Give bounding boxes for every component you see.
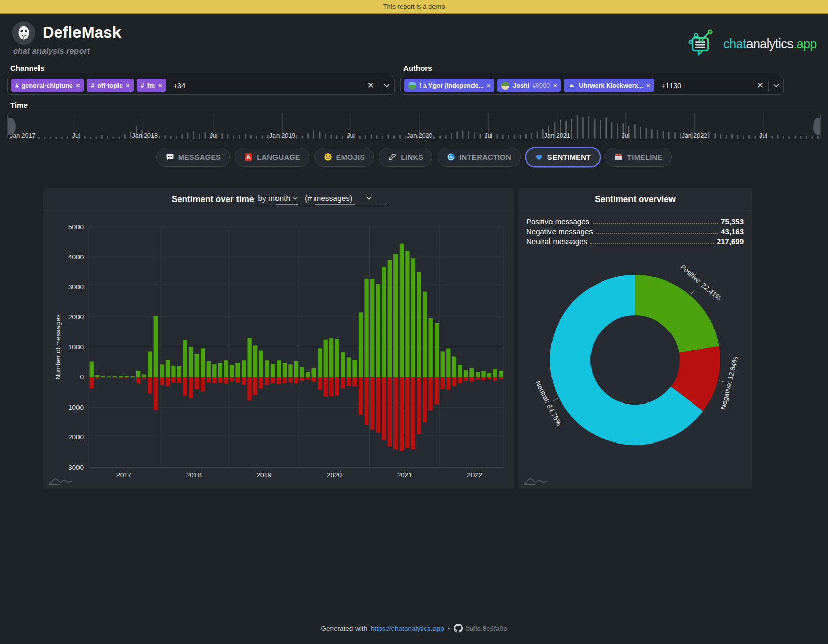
chart-watermark-icon (523, 476, 549, 485)
svg-text:2000: 2000 (68, 313, 84, 321)
svg-text:0: 0 (80, 373, 84, 381)
stat-row-positive: Positive messages 75,353 (526, 217, 744, 227)
author-avatar (501, 82, 509, 90)
channel-tag-label: general-chiptune (22, 82, 73, 89)
svg-text:A: A (247, 154, 251, 160)
stat-value: 43,163 (721, 227, 744, 237)
tab-label: INTERACTION (459, 153, 511, 162)
authors-chevron-down-icon[interactable] (773, 84, 779, 88)
dotted-leader (590, 243, 714, 244)
author-tag[interactable]: ! a Ygor (Independe... × (404, 79, 494, 92)
svg-text:4000: 4000 (68, 253, 84, 261)
tab-language[interactable]: A LANGUAGE (235, 148, 309, 167)
stat-row-neutral: Neutral messages 217,699 (526, 236, 744, 247)
tab-links[interactable]: LINKS (379, 148, 432, 167)
author-tag-label: ! a Ygor (Independe... (419, 82, 484, 89)
calendar-icon (614, 153, 623, 162)
channels-select[interactable]: # general-chiptune × # off-topic × # fm … (7, 76, 395, 95)
time-activity-histogram: Jan 2017JulJan 2018JulJan 2019JulJan 202… (8, 113, 820, 139)
authors-label: Authors (403, 64, 784, 72)
tag-remove-icon[interactable]: × (487, 82, 491, 89)
demo-banner: This report is a demo (0, 0, 828, 14)
tab-bar: MESSAGES A LANGUAGE EMOJIS LINKS INTERAC… (0, 148, 828, 167)
authors-clear-icon[interactable]: ✕ (757, 81, 764, 90)
tab-label: SENTIMENT (547, 153, 591, 162)
channel-tag[interactable]: # fm × (137, 79, 166, 92)
grouping-dropdown[interactable]: by month (258, 194, 298, 205)
svg-text:2021: 2021 (397, 471, 412, 479)
divider (768, 80, 769, 91)
filters: Channels # general-chiptune × # off-topi… (0, 58, 828, 95)
channel-tag[interactable]: # general-chiptune × (11, 79, 84, 92)
svg-text:2000: 2000 (68, 433, 84, 441)
tab-label: EMOJIS (336, 153, 365, 162)
demo-banner-text: This report is a demo (383, 3, 445, 10)
time-label: Time (10, 101, 821, 109)
hash-icon: # (141, 82, 144, 89)
speech-bubble-icon (166, 153, 174, 162)
chatanalytics-logo-icon (687, 29, 718, 58)
chatanalytics-link[interactable]: https://chatanalytics.app (371, 625, 444, 632)
svg-text:3000: 3000 (68, 464, 84, 471)
interaction-icon (447, 153, 455, 162)
server-avatar (12, 21, 35, 45)
chevron-down-icon (292, 197, 298, 200)
author-tag[interactable]: Joshi #0000 × (497, 79, 561, 92)
tag-remove-icon[interactable]: × (76, 82, 80, 89)
stat-value: 75,353 (721, 217, 744, 227)
svg-text:3000: 3000 (68, 283, 84, 291)
chatanalytics-logo-text: chatanalytics.app (723, 36, 817, 51)
tag-remove-icon[interactable]: × (158, 82, 162, 89)
stat-value: 217,699 (717, 236, 744, 247)
channels-clear-icon[interactable]: ✕ (367, 81, 374, 90)
metric-value: (# messages) (305, 194, 352, 203)
link-icon (388, 153, 397, 162)
stat-label: Negative messages (526, 227, 593, 237)
tab-label: LINKS (401, 153, 423, 162)
svg-text:2020: 2020 (327, 471, 342, 479)
hash-icon: # (15, 82, 19, 89)
svg-text:2022: 2022 (467, 471, 482, 479)
overview-title: Sentiment overview (595, 194, 676, 205)
svg-text:Jul: Jul (210, 132, 218, 139)
authors-select[interactable]: ! a Ygor (Independe... × Joshi #0000 × U… (400, 76, 784, 95)
stat-label: Neutral messages (526, 236, 587, 247)
main-content: Sentiment over time by month (# messages… (0, 188, 828, 489)
svg-text:Jan 2022: Jan 2022 (682, 132, 707, 139)
time-section: Time Jan 2017JulJan 2018JulJan 2019JulJa… (0, 95, 828, 139)
build-label: build 8e8fa0b (466, 625, 507, 632)
svg-text:2018: 2018 (186, 471, 202, 479)
author-tag-label: Joshi (512, 82, 529, 89)
chart-title: Sentiment over time (172, 194, 254, 205)
author-discriminator: #0000 (532, 82, 550, 89)
tab-sentiment[interactable]: SENTIMENT (526, 148, 600, 167)
report-header: DefleMask chat analysis report chatana (0, 14, 828, 58)
channel-tag[interactable]: # off-topic × (87, 79, 134, 92)
channels-more-count: +34 (173, 82, 186, 90)
tag-remove-icon[interactable]: × (553, 82, 557, 89)
tab-label: TIMELINE (627, 153, 662, 162)
time-range-slider[interactable]: Jan 2017JulJan 2018JulJan 2019JulJan 202… (7, 113, 821, 139)
svg-text:Jan 2020: Jan 2020 (407, 132, 432, 139)
bullet-separator: • (448, 625, 450, 632)
svg-text:Negative: 12.84%: Negative: 12.84% (719, 356, 739, 410)
author-tag[interactable]: Uhrwerk Klockwerx... × (564, 79, 654, 92)
tab-messages[interactable]: MESSAGES (156, 148, 230, 167)
svg-text:Jul: Jul (484, 132, 492, 139)
hash-icon: # (91, 82, 94, 89)
tab-timeline[interactable]: TIMELINE (605, 148, 672, 167)
svg-text:Jul: Jul (759, 132, 767, 139)
tab-emojis[interactable]: EMOJIS (314, 148, 374, 167)
svg-text:5000: 5000 (68, 223, 84, 231)
channels-chevron-down-icon[interactable] (384, 84, 390, 88)
metric-dropdown[interactable]: (# messages) (305, 194, 385, 205)
github-icon[interactable] (454, 624, 463, 633)
tag-remove-icon[interactable]: × (646, 82, 650, 89)
svg-text:Jan 2018: Jan 2018 (132, 132, 158, 139)
tag-remove-icon[interactable]: × (126, 82, 130, 89)
page-title: DefleMask (43, 24, 121, 42)
tab-interaction[interactable]: INTERACTION (438, 148, 520, 167)
grouping-value: by month (258, 194, 290, 203)
author-tag-label: Uhrwerk Klockwerx... (579, 82, 643, 89)
svg-text:Jul: Jul (622, 132, 630, 139)
